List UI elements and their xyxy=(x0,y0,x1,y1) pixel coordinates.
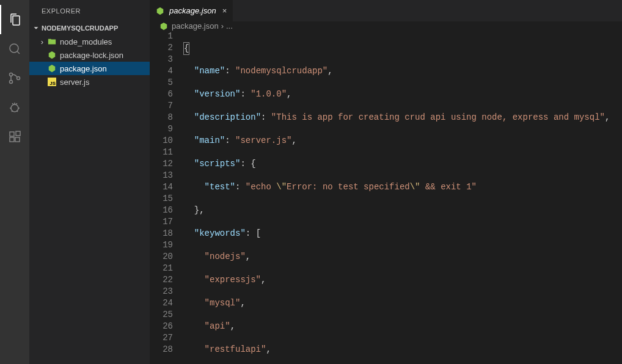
line-number: 7 xyxy=(150,100,173,112)
code-token: "description" xyxy=(194,112,261,122)
source-control-icon[interactable] xyxy=(0,64,29,93)
file-tree: › node_modules package-lock.json package… xyxy=(29,35,150,89)
line-number: 22 xyxy=(150,274,173,286)
code-token: "This is app for creating crud api using… xyxy=(271,112,605,122)
svg-rect-7 xyxy=(15,137,20,142)
code-token: \" xyxy=(410,182,420,192)
tree-file-server-js[interactable]: JS server.js xyxy=(29,75,150,89)
breadcrumb-file: package.json xyxy=(172,21,219,31)
code-token: "scripts" xyxy=(194,159,241,169)
code-token: "keywords" xyxy=(194,228,246,238)
debug-icon[interactable] xyxy=(0,93,29,122)
breadcrumb-sep: › xyxy=(221,21,224,31)
tree-file-package-lock[interactable]: package-lock.json xyxy=(29,48,150,62)
svg-point-3 xyxy=(17,77,20,80)
tree-item-label: node_modules xyxy=(60,37,112,46)
code-token: "test" xyxy=(205,182,235,192)
nodejs-icon xyxy=(156,7,166,15)
line-number: 9 xyxy=(150,123,173,135)
nodejs-icon xyxy=(46,64,57,73)
chevron-right-icon: › xyxy=(38,37,46,46)
line-number: 13 xyxy=(150,170,173,181)
tree-folder-node-modules[interactable]: › node_modules xyxy=(29,35,150,48)
line-number: 5 xyxy=(150,77,173,89)
code-token: "name" xyxy=(194,66,225,76)
tab-label: package.json xyxy=(169,6,216,15)
line-number: 20 xyxy=(150,251,173,263)
breadcrumb-rest: ... xyxy=(226,21,233,31)
line-number: 28 xyxy=(150,344,173,355)
nodejs-icon xyxy=(46,51,57,59)
code-token: "restfulapi" xyxy=(205,344,266,354)
code-token: }, xyxy=(194,205,205,215)
line-number: 25 xyxy=(150,309,173,321)
line-number: 3 xyxy=(150,54,173,65)
line-number: 6 xyxy=(150,89,173,100)
svg-rect-6 xyxy=(10,137,14,142)
line-number: 26 xyxy=(150,321,173,332)
svg-point-2 xyxy=(10,81,13,84)
code-token: "version" xyxy=(194,89,241,99)
code-token: "nodejs" xyxy=(205,252,246,261)
line-number: 18 xyxy=(150,228,173,239)
line-number: 2 xyxy=(150,42,173,54)
code-token: "mysql" xyxy=(205,298,241,308)
line-number: 23 xyxy=(150,286,173,297)
code-token: "expressjs" xyxy=(205,275,261,285)
tree-item-label: package.json xyxy=(60,64,107,73)
svg-rect-5 xyxy=(10,132,14,136)
folder-root[interactable]: NODEMYSQLCRUDAPP xyxy=(29,21,150,35)
line-number: 19 xyxy=(150,239,173,251)
line-number: 21 xyxy=(150,263,173,274)
line-gutter: 1234567891011121314151617181920212223242… xyxy=(150,31,184,364)
line-number: 10 xyxy=(150,135,173,147)
search-icon[interactable] xyxy=(0,34,29,64)
code-token: "api" xyxy=(205,321,230,331)
tab-package-json[interactable]: package.json × xyxy=(150,0,233,21)
nodejs-icon xyxy=(159,22,169,31)
line-number: 11 xyxy=(150,147,173,158)
svg-rect-8 xyxy=(16,131,20,136)
editor[interactable]: 1234567891011121314151617181920212223242… xyxy=(150,31,622,364)
tree-file-package-json[interactable]: package.json xyxy=(29,62,150,75)
code-token: Error: no test specified xyxy=(287,182,410,192)
sidebar-title: EXPLORER xyxy=(29,0,150,21)
code-token: { xyxy=(183,42,189,55)
code-token: "nodemysqlcrudapp" xyxy=(235,66,327,76)
code-token: "echo xyxy=(246,182,276,192)
line-number: 1 xyxy=(150,31,173,42)
tree-item-label: server.js xyxy=(60,78,89,87)
tree-item-label: package-lock.json xyxy=(60,51,123,60)
js-icon: JS xyxy=(46,78,57,86)
line-number: 16 xyxy=(150,205,173,216)
svg-point-0 xyxy=(10,44,18,53)
extensions-icon[interactable] xyxy=(0,122,29,151)
line-number: 8 xyxy=(150,112,173,123)
line-number: 24 xyxy=(150,297,173,309)
sidebar: EXPLORER NODEMYSQLCRUDAPP › node_modules… xyxy=(29,0,150,364)
breadcrumb[interactable]: package.json › ... xyxy=(150,21,622,31)
folder-root-label: NODEMYSQLCRUDAPP xyxy=(42,24,118,32)
svg-point-1 xyxy=(10,73,13,76)
code-token: "main" xyxy=(194,136,225,145)
line-number: 17 xyxy=(150,216,173,228)
tab-bar: package.json × xyxy=(150,0,622,21)
code-content[interactable]: { "name": "nodemysqlcrudapp", "version":… xyxy=(184,31,622,364)
code-token: && exit 1" xyxy=(420,182,477,192)
code-token: \" xyxy=(276,182,287,192)
explorer-icon[interactable] xyxy=(0,5,29,34)
line-number: 15 xyxy=(150,193,173,205)
line-number: 14 xyxy=(150,181,173,193)
folder-icon xyxy=(46,37,57,46)
code-token: "1.0.0" xyxy=(251,89,287,99)
line-number: 12 xyxy=(150,158,173,170)
line-number: 27 xyxy=(150,332,173,344)
code-token: "server.js" xyxy=(235,136,291,145)
close-icon[interactable]: × xyxy=(222,6,227,15)
editor-group: package.json × package.json › ... 123456… xyxy=(150,0,622,364)
line-number: 4 xyxy=(150,65,173,77)
activity-bar xyxy=(0,0,29,364)
